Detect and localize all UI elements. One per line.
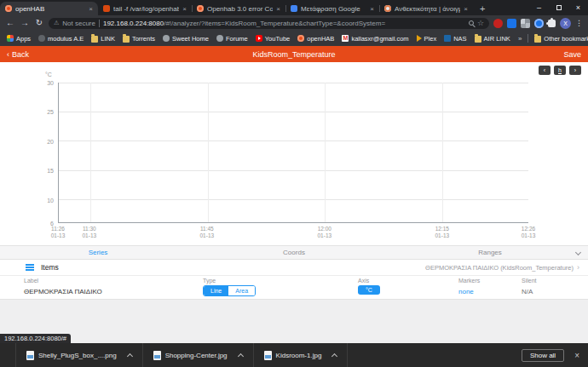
tab-series[interactable]: Series bbox=[0, 249, 196, 256]
prev-period-button[interactable]: ‹ bbox=[539, 66, 551, 75]
extension-icon[interactable] bbox=[534, 19, 544, 28]
chevron-up-icon[interactable] bbox=[331, 353, 337, 358]
gridline bbox=[59, 199, 528, 200]
reload-icon[interactable]: ↻ bbox=[34, 19, 44, 27]
other-bookmarks[interactable]: Other bookmarks bbox=[534, 35, 588, 43]
bookmark-label: Other bookmarks bbox=[544, 35, 588, 43]
browser-toolbar: ← → ↻ ⚠ Not secure 192.168.0.224:8080/#!… bbox=[0, 15, 588, 31]
selected-items-text: ΘΕΡΜΟΚΡΑΣΙΑ ΠΑΙΔΙΚΟ (KidsRoom_Temperatur… bbox=[425, 264, 574, 272]
openhab-favicon-icon bbox=[297, 35, 304, 42]
extensions-puzzle-icon[interactable] bbox=[548, 20, 556, 27]
show-all-downloads-button[interactable]: Show all bbox=[522, 349, 564, 362]
items-row[interactable]: Items ΘΕΡΜΟΚΡΑΣΙΑ ΠΑΙΔΙΚΟ (KidsRoom_Temp… bbox=[0, 260, 588, 276]
tab-close-icon[interactable]: × bbox=[89, 5, 93, 13]
openhab-favicon-icon bbox=[197, 5, 204, 12]
bookmark-folder-airlink[interactable]: AIR LINK bbox=[475, 35, 510, 43]
extension-icon[interactable] bbox=[521, 19, 530, 28]
maximize-button[interactable] bbox=[549, 0, 568, 15]
type-area-button[interactable]: Area bbox=[228, 286, 255, 295]
column-header: Markers bbox=[458, 278, 480, 284]
close-downloads-bar-icon[interactable]: × bbox=[574, 351, 579, 360]
save-button[interactable]: Save bbox=[563, 50, 581, 59]
items-value[interactable]: ΘΕΡΜΟΚΡΑΣΙΑ ΠΑΙΔΙΚΟ (KidsRoom_Temperatur… bbox=[425, 264, 579, 272]
download-filename: Kidsroom-1.jpg bbox=[276, 352, 322, 359]
axis-unit-button[interactable]: °C bbox=[358, 285, 380, 295]
nas-icon bbox=[444, 35, 451, 42]
tab-close-icon[interactable]: × bbox=[182, 5, 187, 13]
y-tick-label: 20 bbox=[0, 139, 54, 145]
next-period-button[interactable]: › bbox=[569, 66, 581, 75]
bookmark-modulus[interactable]: modulus A.E bbox=[38, 35, 84, 43]
bookmark-label: Plex bbox=[424, 35, 437, 43]
profile-initial: X bbox=[563, 20, 568, 26]
bookmark-youtube[interactable]: YouTube bbox=[256, 35, 290, 43]
y-tick-label: 25 bbox=[0, 109, 54, 115]
status-url-tooltip: 192.168.0.224:8080/# bbox=[0, 334, 71, 343]
bookmark-openhab[interactable]: openHAB bbox=[297, 35, 334, 43]
items-list-icon bbox=[26, 264, 34, 271]
back-icon[interactable]: ← bbox=[5, 19, 15, 27]
bookmarks-overflow-chevron-icon[interactable]: » bbox=[518, 35, 522, 43]
x-tick-label: 11:3001-13 bbox=[83, 226, 97, 240]
chevron-up-icon[interactable] bbox=[238, 353, 244, 358]
bookmark-apps[interactable]: Apps bbox=[7, 35, 31, 43]
tab-title: Μετάφραση Google bbox=[301, 5, 366, 13]
tab-coords[interactable]: Coords bbox=[196, 249, 392, 256]
bookmark-label: Torrents bbox=[132, 35, 155, 43]
tab-ranges[interactable]: Ranges bbox=[392, 249, 588, 256]
type-line-button[interactable]: Line bbox=[204, 286, 228, 295]
url-text[interactable]: 192.168.0.224:8080/#!/analyzer/?items=Ki… bbox=[103, 20, 465, 27]
series-table: Label Type Axis Markers Silent ΘΕΡΜΟΚΡΑΣ… bbox=[0, 276, 588, 300]
bookmark-star-icon[interactable]: ☆ bbox=[477, 20, 484, 27]
page-title: KidsRoom_Temperature bbox=[0, 50, 588, 59]
bookmark-nas[interactable]: NAS bbox=[444, 35, 466, 43]
x-tick-label: 11:4501-13 bbox=[200, 226, 215, 240]
bookmark-label: modulus A.E bbox=[48, 35, 84, 43]
download-item[interactable]: Shelly_PlugS_box_....png bbox=[15, 343, 143, 367]
browser-tab-forum[interactable]: Openhab 3.0 error Could n × bbox=[192, 2, 285, 15]
bookmark-folder-link[interactable]: LINK bbox=[91, 35, 115, 43]
back-label: Back bbox=[12, 50, 29, 59]
bookmark-sweet-home[interactable]: Sweet Home bbox=[163, 35, 209, 43]
zoom-level-icon[interactable] bbox=[469, 20, 474, 26]
bookmark-gmail[interactable]: Mkallasxr@gmail.com bbox=[342, 35, 408, 43]
extension-icon[interactable] bbox=[507, 19, 516, 28]
chevron-up-icon[interactable] bbox=[127, 353, 133, 358]
site-favicon-icon bbox=[216, 35, 223, 42]
bookmark-plex[interactable]: Plex bbox=[417, 35, 437, 43]
tab-close-icon[interactable]: × bbox=[464, 5, 468, 13]
tab-close-icon[interactable]: × bbox=[276, 5, 280, 13]
profile-avatar[interactable]: X bbox=[560, 18, 571, 29]
series-label: ΘΕΡΜΟΚΡΑΣΙΑ ΠΑΙΔΙΚΟ bbox=[24, 288, 102, 295]
new-tab-button[interactable]: + bbox=[480, 3, 485, 14]
forward-icon[interactable]: → bbox=[20, 19, 30, 27]
bookmark-label: YouTube bbox=[265, 35, 290, 43]
gmail-icon: M bbox=[342, 35, 349, 42]
x-axis: 11:2601-13 11:3001-13 11:4501-13 12:0001… bbox=[58, 226, 528, 241]
image-file-icon bbox=[264, 351, 272, 360]
extension-icon[interactable] bbox=[493, 19, 503, 28]
browser-menu-icon[interactable]: ⋮ bbox=[575, 20, 583, 27]
close-window-button[interactable]: × bbox=[568, 0, 588, 15]
tab-close-icon[interactable]: × bbox=[370, 5, 374, 13]
page-lower-area bbox=[0, 300, 588, 343]
markers-link[interactable]: none bbox=[458, 288, 474, 295]
gridline bbox=[59, 83, 528, 83]
not-secure-warning-icon[interactable]: ⚠ bbox=[54, 20, 59, 26]
download-item[interactable]: Shopping-Center.jpg bbox=[143, 343, 254, 367]
browser-tab-openhab[interactable]: openHAB × bbox=[0, 2, 98, 15]
x-tick-label: 12:1501-13 bbox=[435, 226, 450, 240]
bookmark-label: kallasxr@gmail.com bbox=[351, 35, 408, 43]
address-bar[interactable]: ⚠ Not secure 192.168.0.224:8080/#!/analy… bbox=[49, 18, 489, 29]
minimize-button[interactable]: – bbox=[529, 0, 549, 15]
back-button[interactable]: ‹ Back bbox=[7, 50, 29, 59]
browser-tab-log[interactable]: tail -f /var/log/openhab/op × bbox=[98, 2, 192, 15]
download-item[interactable]: Kidsroom-1.jpg bbox=[254, 343, 349, 367]
period-button[interactable]: h bbox=[554, 66, 566, 75]
tab-title: openHAB bbox=[15, 5, 85, 13]
browser-tab-translate[interactable]: Μετάφραση Google × bbox=[285, 2, 379, 15]
bookmark-forume[interactable]: Forume bbox=[216, 35, 248, 43]
bookmarks-right: » Other bookmarks bbox=[518, 34, 588, 43]
browser-tab-article[interactable]: Ανθεκτικότητα | άνοιγμαΗ × bbox=[379, 2, 473, 15]
bookmark-folder-torrents[interactable]: Torrents bbox=[123, 35, 155, 43]
